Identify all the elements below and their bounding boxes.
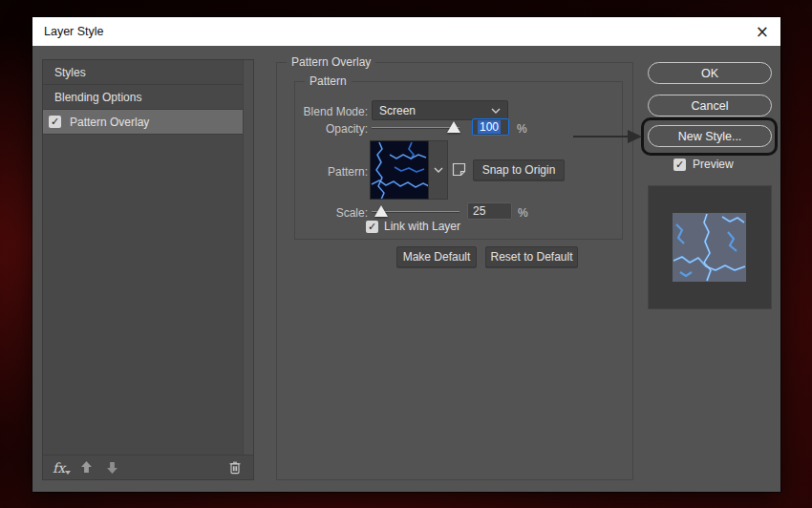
titlebar[interactable]: Layer Style ×	[32, 17, 780, 46]
chevron-down-icon	[434, 167, 443, 173]
scale-input[interactable]: 25	[467, 202, 512, 220]
link-with-layer-row: ✓ Link with Layer	[366, 220, 460, 233]
scale-slider-thumb[interactable]	[374, 205, 388, 217]
make-default-button[interactable]: Make Default	[396, 246, 477, 267]
layer-style-dialog: Layer Style × Styles Blending Options ✓ …	[32, 17, 780, 492]
check-icon: ✓	[51, 116, 59, 127]
check-icon: ✓	[675, 159, 684, 170]
preview-pattern-image	[673, 213, 746, 282]
new-pattern-preset-icon[interactable]	[452, 162, 466, 180]
opacity-slider-thumb[interactable]	[447, 121, 460, 133]
blend-mode-label: Blend Mode:	[295, 105, 368, 118]
link-with-layer-checkbox[interactable]: ✓	[366, 221, 378, 233]
reset-to-default-button[interactable]: Reset to Default	[485, 246, 578, 267]
move-down-icon[interactable]	[106, 461, 118, 474]
scale-label: Scale:	[295, 206, 368, 220]
styles-toolbar: fx	[43, 455, 253, 479]
move-up-icon[interactable]	[80, 461, 93, 474]
pattern-thumbnail[interactable]	[370, 140, 429, 200]
ok-button[interactable]: OK	[648, 62, 772, 84]
sidebar-item-pattern-overlay[interactable]: ✓ Pattern Overlay	[43, 110, 243, 135]
annotation-arrow-head-icon	[628, 130, 642, 143]
pattern-group: Pattern Blend Mode: Screen Opacity: 100 …	[294, 81, 623, 240]
opacity-value: 100	[478, 120, 501, 134]
preview-label: Preview	[693, 158, 734, 171]
scale-value: 25	[473, 204, 485, 218]
cancel-button[interactable]: Cancel	[648, 95, 772, 116]
preview-swatch	[648, 185, 772, 309]
pattern-label: Pattern:	[295, 165, 368, 179]
annotation-arrow	[573, 136, 629, 138]
sidebar-item-blending-options[interactable]: Blending Options	[43, 85, 243, 110]
opacity-label: Opacity:	[295, 122, 368, 136]
preview-row: ✓ Preview	[673, 158, 734, 171]
styles-list-panel: Styles Blending Options ✓ Pattern Overla…	[42, 59, 254, 480]
close-icon[interactable]: ×	[756, 24, 769, 40]
new-style-button[interactable]: New Style...	[648, 125, 772, 147]
pattern-picker-dropdown[interactable]	[429, 140, 448, 200]
sidebar-item-label: Styles	[54, 66, 86, 79]
preview-checkbox[interactable]: ✓	[673, 159, 686, 171]
blend-mode-value: Screen	[379, 104, 416, 117]
pattern-overlay-checkbox[interactable]: ✓	[49, 116, 61, 128]
check-icon: ✓	[368, 222, 376, 232]
dialog-title: Layer Style	[44, 25, 104, 38]
opacity-input[interactable]: 100	[472, 118, 509, 136]
fx-effects-icon[interactable]: fx	[53, 460, 65, 476]
sidebar-item-label: Pattern Overlay	[70, 116, 149, 129]
group-title: Pattern Overlay	[287, 55, 375, 69]
pattern-overlay-group: Pattern Overlay Pattern Blend Mode: Scre…	[276, 62, 633, 480]
delete-style-icon[interactable]	[228, 460, 242, 475]
styles-scrollbar[interactable]	[243, 60, 253, 455]
link-with-layer-label: Link with Layer	[384, 220, 460, 233]
scale-unit: %	[518, 206, 528, 220]
sidebar-item-styles[interactable]: Styles	[43, 60, 243, 85]
snap-to-origin-button[interactable]: Snap to Origin	[473, 159, 565, 180]
opacity-unit: %	[517, 122, 527, 136]
pattern-group-title: Pattern	[305, 74, 352, 88]
blend-mode-select[interactable]: Screen	[372, 100, 508, 120]
chevron-down-icon	[491, 108, 501, 114]
sidebar-item-label: Blending Options	[54, 91, 141, 104]
